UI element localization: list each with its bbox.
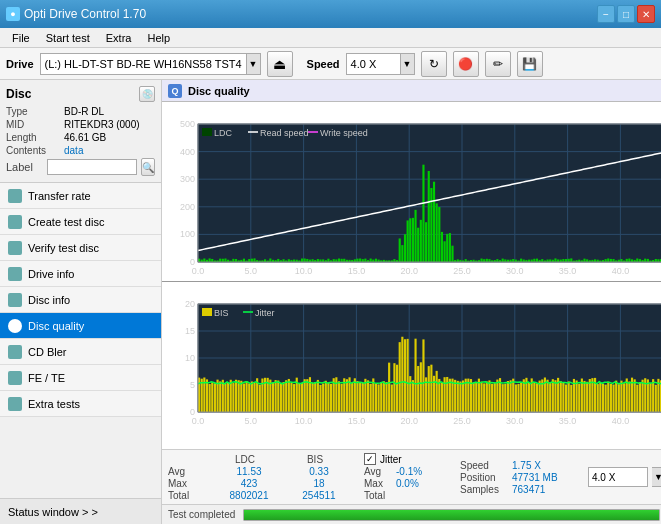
max-row: Max 423 18 <box>168 478 344 489</box>
stats-bar: LDC BIS Avg 11.53 0.33 Max 423 18 Total … <box>162 449 661 504</box>
titlebar-left: ● Opti Drive Control 1.70 <box>6 7 146 21</box>
status-window-button[interactable]: Status window > > <box>0 498 161 524</box>
speed-val: 1.75 X <box>512 460 552 471</box>
samples-val: 763471 <box>512 484 572 495</box>
jitter-max: 0.0% <box>396 478 436 489</box>
sidebar-item-extra-tests[interactable]: Extra tests <box>0 391 161 417</box>
jitter-total <box>396 490 436 501</box>
label-button[interactable]: 🔍 <box>141 158 155 176</box>
jitter-max-row: Max 0.0% <box>364 478 436 489</box>
jitter-total-row: Total <box>364 490 436 501</box>
sidebar-item-cd-bler[interactable]: CD Bler <box>0 339 161 365</box>
jitter-checkbox[interactable]: ✓ <box>364 453 376 465</box>
sidebar-item-fe-te[interactable]: FE / TE <box>0 365 161 391</box>
max-bis: 18 <box>294 478 344 489</box>
sidebar-item-verify-test-disc[interactable]: Verify test disc <box>0 235 161 261</box>
position-val: 47731 MB <box>512 472 572 483</box>
disc-type-row: Type BD-R DL <box>6 106 155 117</box>
edit-button[interactable]: ✏ <box>485 51 511 77</box>
sidebar-item-disc-info[interactable]: Disc info <box>0 287 161 313</box>
charts-area <box>162 102 661 449</box>
ldc-bis-stats: LDC BIS Avg 11.53 0.33 Max 423 18 Total … <box>168 454 344 501</box>
speed-stat-dropdown-arrow[interactable]: ▼ <box>652 467 661 487</box>
disc-quality-panel-icon: Q <box>168 84 182 98</box>
titlebar: ● Opti Drive Control 1.70 − □ ✕ <box>0 0 661 28</box>
sidebar-item-drive-info[interactable]: Drive info <box>0 261 161 287</box>
right-content: Q Disc quality LDC BIS Avg <box>162 80 661 524</box>
stat-headers: LDC BIS <box>168 454 344 465</box>
total-row: Total 8802021 254511 <box>168 490 344 501</box>
disc-length-row: Length 46.61 GB <box>6 132 155 143</box>
drive-select-container: (L:) HL-DT-ST BD-RE WH16NS58 TST4 ▼ <box>40 53 261 75</box>
disc-header: Disc 💿 <box>6 86 155 102</box>
menu-file[interactable]: File <box>4 31 38 45</box>
jitter-avg-row: Avg -0.1% <box>364 466 436 477</box>
speed-dropdown-arrow[interactable]: ▼ <box>401 53 415 75</box>
disc-panel: Disc 💿 Type BD-R DL MID RITEKDR3 (000) L… <box>0 80 161 183</box>
burn-button[interactable]: 🔴 <box>453 51 479 77</box>
transfer-rate-icon <box>8 189 22 203</box>
drive-info-icon <box>8 267 22 281</box>
chart2-canvas <box>162 282 661 432</box>
disc-quality-icon-sidebar <box>8 319 22 333</box>
jitter-avg: -0.1% <box>396 466 436 477</box>
sidebar-spacer <box>0 417 161 498</box>
disc-mid-row: MID RITEKDR3 (000) <box>6 119 155 130</box>
speed-select[interactable]: 4.0 X <box>346 53 401 75</box>
titlebar-buttons: − □ ✕ <box>597 5 655 23</box>
speed-row: Speed 1.75 X <box>460 460 572 471</box>
progress-track <box>243 509 660 521</box>
speed-stat-select[interactable]: 4.0 X <box>588 467 648 487</box>
jitter-header-row: ✓ Jitter <box>364 453 436 465</box>
main-content: Disc 💿 Type BD-R DL MID RITEKDR3 (000) L… <box>0 80 661 524</box>
drive-select[interactable]: (L:) HL-DT-ST BD-RE WH16NS58 TST4 <box>40 53 247 75</box>
position-row: Position 47731 MB <box>460 472 572 483</box>
chart2-bis <box>162 282 661 432</box>
drive-label: Drive <box>6 58 34 70</box>
refresh-button[interactable]: ↻ <box>421 51 447 77</box>
menubar: File Start test Extra Help <box>0 28 661 48</box>
create-test-disc-icon <box>8 215 22 229</box>
disc-quality-title: Disc quality <box>188 85 250 97</box>
avg-ldc: 11.53 <box>224 466 274 477</box>
disc-contents-row: Contents data <box>6 145 155 156</box>
eject-button[interactable]: ⏏ <box>267 51 293 77</box>
app-icon: ● <box>6 7 20 21</box>
sidebar-item-disc-quality[interactable]: Disc quality <box>0 313 161 339</box>
close-button[interactable]: ✕ <box>637 5 655 23</box>
disc-title: Disc <box>6 87 31 101</box>
label-input[interactable] <box>47 159 137 175</box>
max-ldc: 423 <box>224 478 274 489</box>
save-button[interactable]: 💾 <box>517 51 543 77</box>
sidebar-item-create-test-disc[interactable]: Create test disc <box>0 209 161 235</box>
chart1-ldc <box>162 102 661 282</box>
status-text: Test completed <box>168 509 235 520</box>
total-ldc: 8802021 <box>224 490 274 501</box>
menu-start-test[interactable]: Start test <box>38 31 98 45</box>
disc-quality-header: Q Disc quality <box>162 80 661 102</box>
fe-te-icon <box>8 371 22 385</box>
sidebar-item-transfer-rate[interactable]: Transfer rate <box>0 183 161 209</box>
bottom-bar: Test completed 100.0% 62:47 <box>162 504 661 524</box>
app-title: Opti Drive Control 1.70 <box>24 7 146 21</box>
samples-row: Samples 763471 <box>460 484 572 495</box>
drivebar: Drive (L:) HL-DT-ST BD-RE WH16NS58 TST4 … <box>0 48 661 80</box>
progress-fill <box>244 510 659 520</box>
sidebar: Disc 💿 Type BD-R DL MID RITEKDR3 (000) L… <box>0 80 162 524</box>
jitter-label: Jitter <box>380 454 402 465</box>
disc-label-row: Label 🔍 <box>6 158 155 176</box>
menu-extra[interactable]: Extra <box>98 31 140 45</box>
chart1-canvas <box>162 102 661 282</box>
avg-row: Avg 11.53 0.33 <box>168 466 344 477</box>
speed-position-stats: Speed 1.75 X Position 47731 MB Samples 7… <box>460 460 572 495</box>
disc-info-icon <box>8 293 22 307</box>
ldc-header: LDC <box>220 454 270 465</box>
sidebar-buttons: Transfer rate Create test disc Verify te… <box>0 183 161 417</box>
cd-bler-icon <box>8 345 22 359</box>
bis-header: BIS <box>290 454 340 465</box>
disc-icon-btn[interactable]: 💿 <box>139 86 155 102</box>
maximize-button[interactable]: □ <box>617 5 635 23</box>
menu-help[interactable]: Help <box>139 31 178 45</box>
drive-dropdown-arrow[interactable]: ▼ <box>247 53 261 75</box>
minimize-button[interactable]: − <box>597 5 615 23</box>
